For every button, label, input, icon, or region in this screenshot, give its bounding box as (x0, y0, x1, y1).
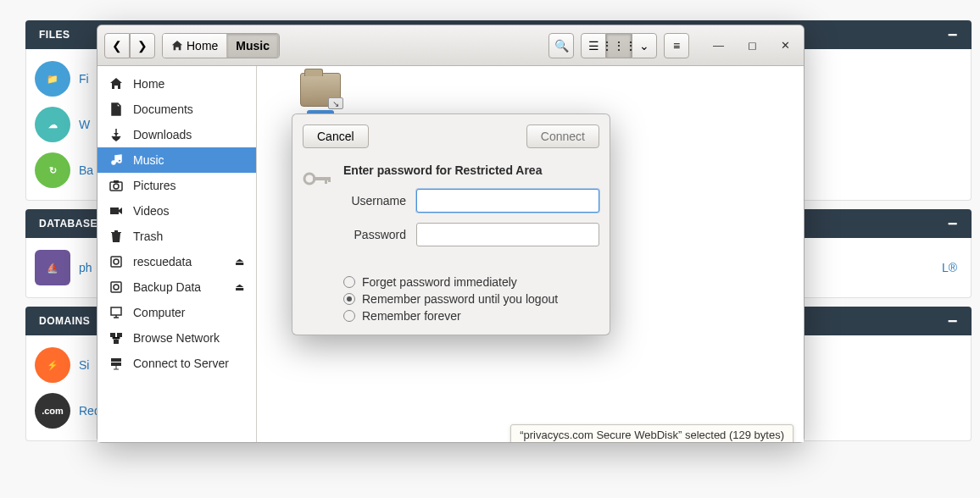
sidebar-item-label: Music (133, 153, 164, 167)
window-maximize-button[interactable]: ◻ (748, 39, 757, 52)
chevron-down-icon: ⌄ (639, 39, 649, 53)
chevron-right-icon: ❯ (137, 39, 148, 53)
backup-icon: ↻ (35, 152, 70, 188)
sidebar-item-label: Backup Data (133, 280, 201, 294)
dialog-title: Enter password for Restricted Area (343, 163, 599, 177)
doc-icon (109, 102, 123, 116)
view-more-button[interactable]: ⌄ (632, 33, 657, 58)
search-button[interactable]: 🔍 (548, 33, 574, 58)
disk-icon (109, 280, 123, 294)
svg-rect-6 (111, 282, 121, 292)
remember-option[interactable]: Remember forever (343, 307, 599, 324)
site-icon: ⚡ (35, 347, 70, 383)
sidebar-item-label: Documents (133, 102, 193, 116)
collapse-icon[interactable]: − (948, 317, 958, 325)
radio-label: Remember password until you logout (362, 292, 558, 306)
status-text: “privacycs.com Secure WebDisk” selected … (520, 429, 784, 441)
radio-label: Remember forever (362, 309, 461, 323)
breadcrumb-home[interactable]: Home (163, 34, 227, 58)
remember-option[interactable]: Remember password until you logout (343, 290, 599, 307)
breadcrumb-current[interactable]: Music (227, 34, 279, 58)
window-close-button[interactable]: ✕ (781, 39, 790, 52)
sidebar-item-label: Computer (133, 306, 185, 319)
sidebar-item-home[interactable]: Home (97, 71, 256, 97)
trademark-text: L® (942, 261, 957, 274)
menu-button[interactable]: ≡ (664, 33, 689, 58)
eject-icon[interactable]: ⏏ (235, 281, 244, 293)
nav-forward-button[interactable]: ❯ (130, 33, 155, 58)
sidebar-item-rescuedata[interactable]: rescuedata⏏ (97, 249, 256, 274)
home-icon (171, 40, 183, 52)
sidebar-item-label: Trash (133, 230, 163, 243)
music-icon (109, 153, 123, 167)
sidebar-item-label: Browse Network (133, 331, 220, 345)
chevron-left-icon: ❮ (112, 39, 122, 53)
eject-icon[interactable]: ⏏ (235, 256, 244, 268)
search-icon: 🔍 (554, 39, 569, 53)
places-sidebar: HomeDocumentsDownloadsMusicPicturesVideo… (97, 66, 257, 442)
symlink-badge-icon: ↘ (328, 97, 343, 109)
vid-icon (109, 204, 123, 218)
svg-point-5 (114, 259, 119, 264)
phpmyadmin-icon: ⛵ (35, 250, 70, 285)
breadcrumb-label: Music (236, 39, 270, 53)
sidebar-item-label: Videos (133, 204, 170, 218)
key-icon (303, 163, 333, 257)
section-title: FILES (39, 29, 70, 41)
svg-rect-16 (325, 177, 327, 184)
sidebar-item-pictures[interactable]: Pictures (97, 173, 256, 198)
redirects-icon: .com (35, 393, 70, 429)
radio-icon (343, 310, 355, 322)
connect-button[interactable]: Connect (526, 125, 599, 148)
file-manager-icon: 📁 (35, 61, 70, 97)
sidebar-item-label: Downloads (133, 128, 192, 141)
radio-label: Forget password immediately (362, 275, 517, 289)
list-icon: ☰ (588, 39, 599, 53)
remember-options: Forget password immediatelyRemember pass… (343, 274, 599, 324)
webdisk-icon: ☁ (35, 107, 70, 142)
menu-icon: ≡ (673, 39, 680, 53)
cancel-button[interactable]: Cancel (303, 125, 369, 148)
collapse-icon[interactable]: − (948, 219, 958, 228)
svg-point-7 (114, 285, 119, 290)
sidebar-item-music[interactable]: Music (97, 147, 256, 173)
sidebar-item-backup-data[interactable]: Backup Data⏏ (97, 274, 256, 300)
breadcrumb-label: Home (187, 39, 218, 53)
disk-icon (109, 255, 123, 268)
radio-icon (343, 276, 355, 288)
window-minimize-button[interactable]: — (713, 39, 724, 52)
svg-rect-3 (110, 208, 119, 214)
section-title: DATABASES (39, 218, 104, 230)
sidebar-item-computer[interactable]: Computer (97, 300, 256, 325)
view-grid-button[interactable]: ⋮⋮⋮ (606, 33, 632, 58)
auth-dialog: Cancel Connect Enter password for Restri… (292, 113, 610, 335)
collapse-icon[interactable]: − (948, 30, 958, 39)
sidebar-item-label: rescuedata (133, 255, 192, 268)
nav-back-button[interactable]: ❮ (104, 33, 130, 58)
username-input[interactable] (416, 189, 599, 213)
sidebar-item-connect-to-server[interactable]: Connect to Server (97, 351, 256, 376)
srv-icon (109, 357, 123, 370)
trash-icon (109, 230, 123, 243)
section-title: DOMAINS (39, 315, 90, 327)
sidebar-item-label: Connect to Server (133, 357, 229, 370)
sidebar-item-documents[interactable]: Documents (97, 97, 256, 122)
svg-rect-4 (111, 257, 121, 267)
sidebar-item-downloads[interactable]: Downloads (97, 122, 256, 147)
password-label: Password (343, 228, 406, 241)
sidebar-item-trash[interactable]: Trash (97, 224, 256, 249)
sidebar-item-label: Home (133, 77, 164, 91)
app-label: W (79, 118, 90, 131)
breadcrumb: Home Music (162, 33, 280, 58)
cam-icon (109, 179, 123, 192)
pc-icon (109, 306, 123, 319)
svg-rect-17 (328, 177, 331, 182)
titlebar: ❮ ❯ Home Music 🔍 ☰ ⋮⋮⋮ ⌄ ≡ — ◻ ✕ (97, 25, 804, 66)
password-input[interactable] (416, 223, 599, 246)
sidebar-item-browse-network[interactable]: Browse Network (97, 325, 256, 351)
home-icon (109, 77, 123, 91)
sidebar-item-videos[interactable]: Videos (97, 198, 256, 224)
sidebar-item-label: Pictures (133, 179, 176, 192)
username-label: Username (343, 194, 406, 208)
remember-option[interactable]: Forget password immediately (343, 274, 599, 290)
